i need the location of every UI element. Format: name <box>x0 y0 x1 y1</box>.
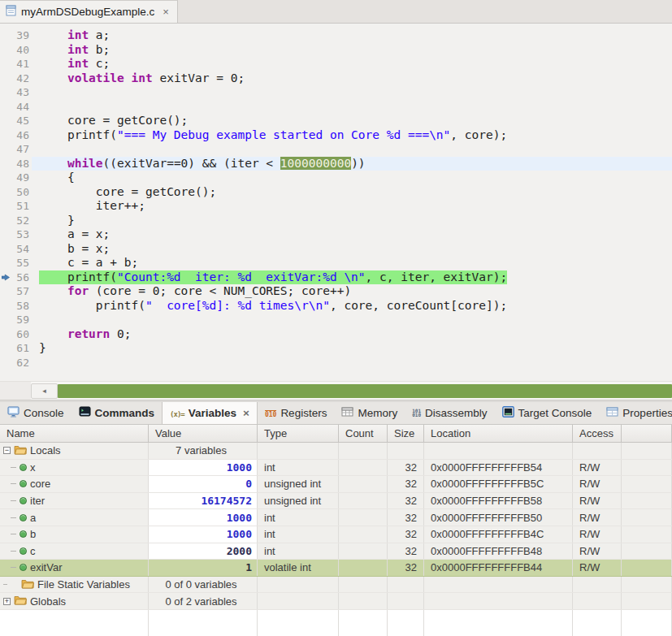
access-cell: R/W <box>573 460 622 476</box>
variable-row-a[interactable]: a1000int320x0000FFFFFFFFFB50R/W <box>0 509 672 526</box>
view-tab-console[interactable]: Console <box>0 402 72 424</box>
instruction-pointer-icon[interactable] <box>0 270 11 285</box>
variable-row-b[interactable]: b1000int320x0000FFFFFFFFFB4CR/W <box>0 526 672 543</box>
scroll-left-button[interactable]: ◂ <box>31 383 58 399</box>
code-line[interactable]: 58 printf(" core[%d]: %d times\r\n", cor… <box>0 299 672 314</box>
breakpoint-margin[interactable] <box>0 199 11 214</box>
breakpoint-margin[interactable] <box>0 299 11 314</box>
code-line[interactable]: 49 { <box>0 171 672 185</box>
breakpoint-margin[interactable] <box>0 171 11 185</box>
size-cell: 32 <box>388 493 424 509</box>
breakpoint-margin[interactable] <box>0 214 11 228</box>
code-line[interactable]: 40 int b; <box>0 43 672 58</box>
variable-row-exitvar[interactable]: exitVar1volatile int320x0000FFFFFFFFFB44… <box>0 560 672 577</box>
view-tab-variables[interactable]: (x)=Variables× <box>162 402 258 424</box>
expand-icon[interactable]: + <box>3 598 11 605</box>
code-token: , c, iter, exitVar); <box>366 270 508 283</box>
variable-dot-icon <box>20 464 27 471</box>
variable-row-core[interactable]: core0unsigned int320x0000FFFFFFFFFB5CR/W <box>0 476 672 493</box>
variable-row-globals[interactable]: +Globals0 of 2 variables <box>0 593 672 610</box>
code-line[interactable]: 48 while((exitVar==0) && (iter < 1000000… <box>0 157 672 171</box>
code-area[interactable]: 39 int a;40 int b;41 int c;42 volatile i… <box>0 24 672 381</box>
column-header-name[interactable]: Name <box>0 425 149 442</box>
variable-row-x[interactable]: x1000int320x0000FFFFFFFFFB54R/W <box>0 460 672 477</box>
breakpoint-margin[interactable] <box>0 142 11 157</box>
code-line[interactable]: 60 return 0; <box>0 327 672 342</box>
code-line[interactable]: 44 <box>0 100 672 115</box>
code-line[interactable]: 43 <box>0 85 672 100</box>
code-line[interactable]: 46 printf("=== My Debug example started … <box>0 128 672 143</box>
breakpoint-margin[interactable] <box>0 341 11 356</box>
breakpoint-margin[interactable] <box>0 256 11 270</box>
breakpoint-margin[interactable] <box>0 227 11 242</box>
code-line[interactable]: 45 core = getCore(); <box>0 114 672 128</box>
code-line-text <box>32 313 672 327</box>
code-line[interactable]: 59 <box>0 313 672 327</box>
editor-tab-myarmdsdebugexample[interactable]: myArmDSDebugExample.c × <box>0 0 178 23</box>
code-line[interactable]: 51 iter++; <box>0 199 672 214</box>
code-line[interactable]: 62 <box>0 356 672 370</box>
breakpoint-margin[interactable] <box>0 242 11 257</box>
location-cell <box>424 577 573 593</box>
breakpoint-margin[interactable] <box>0 327 11 342</box>
collapse-icon[interactable]: − <box>3 447 11 454</box>
empty-cell <box>0 610 149 636</box>
code-line[interactable]: 55 c = a + b; <box>0 256 672 270</box>
column-header-count[interactable]: Count <box>339 425 388 442</box>
breakpoint-margin[interactable] <box>0 313 11 327</box>
column-header-type[interactable]: Type <box>258 425 339 442</box>
variable-row-iter[interactable]: iter16174572unsigned int320x0000FFFFFFFF… <box>0 493 672 510</box>
horizontal-scrollbar-thumb[interactable] <box>58 384 672 398</box>
code-line[interactable]: 41 int c; <box>0 57 672 71</box>
breakpoint-margin[interactable] <box>0 57 11 71</box>
code-line[interactable]: 39 int a; <box>0 28 672 43</box>
column-header-value[interactable]: Value <box>149 425 258 442</box>
breakpoint-margin[interactable] <box>0 185 11 200</box>
type-cell: int <box>258 509 339 526</box>
access-cell: R/W <box>573 526 622 543</box>
line-number: 39 <box>11 28 32 43</box>
variable-row-file-static-variables[interactable]: File Static Variables0 of 0 variables <box>0 577 672 594</box>
count-cell <box>339 526 388 543</box>
breakpoint-margin[interactable] <box>0 356 11 370</box>
variable-row-locals[interactable]: −Locals7 variables <box>0 443 672 460</box>
code-line[interactable]: 53 a = x; <box>0 227 672 242</box>
code-token <box>39 57 67 70</box>
breakpoint-margin[interactable] <box>0 114 11 128</box>
access-cell <box>573 577 622 593</box>
view-tab-properties[interactable]: Properties <box>599 402 672 424</box>
variable-row-c[interactable]: c2000int320x0000FFFFFFFFFB48R/W <box>0 543 672 560</box>
column-header-filler[interactable] <box>622 425 672 442</box>
code-line[interactable]: 61} <box>0 341 672 356</box>
breakpoint-margin[interactable] <box>0 85 11 100</box>
breakpoint-margin[interactable] <box>0 284 11 299</box>
view-tab-commands[interactable]: Commands <box>72 402 163 424</box>
code-line[interactable]: 50 core = getCore(); <box>0 185 672 200</box>
variable-name: File Static Variables <box>37 578 130 591</box>
view-tab-disassembly[interactable]: 101010Disassembly <box>405 402 494 424</box>
code-line[interactable]: 47 <box>0 142 672 157</box>
tab-close-icon[interactable]: × <box>243 407 249 419</box>
code-line[interactable]: 56 printf("Count:%d iter: %d exitVar:%d … <box>0 270 672 285</box>
tab-close-icon[interactable]: × <box>163 6 169 18</box>
code-line[interactable]: 54 b = x; <box>0 242 672 257</box>
breakpoint-margin[interactable] <box>0 128 11 143</box>
line-number: 57 <box>11 284 32 299</box>
breakpoint-margin[interactable] <box>0 43 11 58</box>
code-line[interactable]: 52 } <box>0 214 672 228</box>
breakpoint-margin[interactable] <box>0 100 11 115</box>
code-line[interactable]: 57 for (core = 0; core < NUM_CORES; core… <box>0 284 672 299</box>
code-line[interactable]: 42 volatile int exitVar = 0; <box>0 71 672 86</box>
editor-tab-bar: myArmDSDebugExample.c × <box>0 0 672 24</box>
view-tab-target-console[interactable]: Target Console <box>495 402 600 424</box>
breakpoint-margin[interactable] <box>0 157 11 171</box>
breakpoint-margin[interactable] <box>0 28 11 43</box>
column-header-location[interactable]: Location <box>424 425 573 442</box>
view-tab-memory[interactable]: Memory <box>334 402 405 424</box>
type-cell: int <box>258 460 339 476</box>
column-header-size[interactable]: Size <box>388 425 424 442</box>
filler-cell <box>622 493 672 509</box>
view-tab-registers[interactable]: 010Registers <box>258 402 334 424</box>
breakpoint-margin[interactable] <box>0 71 11 86</box>
column-header-access[interactable]: Access <box>573 425 622 442</box>
